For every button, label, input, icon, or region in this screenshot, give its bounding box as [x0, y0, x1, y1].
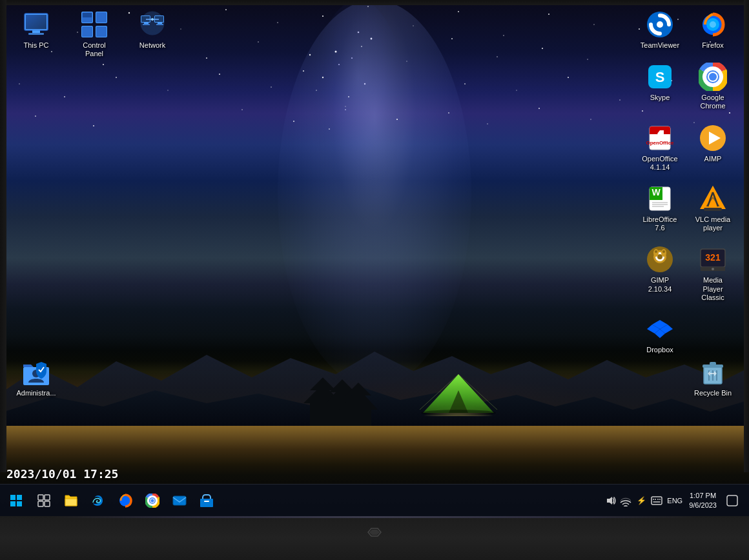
- firefox-taskbar-button[interactable]: [112, 487, 138, 514]
- google-chrome-icon-img: [697, 61, 728, 92]
- svg-rect-81: [82, 26, 92, 37]
- svg-point-37: [619, 99, 621, 101]
- administrator-icon[interactable]: Administra...: [13, 354, 59, 400]
- svg-point-49: [590, 119, 591, 119]
- svg-rect-74: [28, 33, 44, 35]
- volume-tray-icon[interactable]: [604, 494, 617, 507]
- language-indicator[interactable]: ENG: [667, 497, 682, 505]
- keyboard-hint: [52, 516, 697, 518]
- control-panel-label: Control Panel: [74, 41, 115, 58]
- svg-point-9: [458, 11, 459, 12]
- network-icon-img: [137, 9, 168, 40]
- svg-rect-158: [38, 501, 43, 506]
- svg-rect-167: [204, 501, 209, 502]
- svg-point-36: [568, 77, 569, 78]
- file-explorer-button[interactable]: [58, 487, 84, 514]
- svg-rect-83: [96, 26, 107, 37]
- system-clock[interactable]: 1:07 PM 9/6/2023: [686, 491, 719, 510]
- openoffice-label: OpenOffice 4.1.14: [639, 155, 681, 172]
- notification-button[interactable]: [723, 492, 741, 510]
- skype-icon[interactable]: S Skype: [637, 59, 683, 113]
- network-icon[interactable]: Network: [129, 6, 176, 61]
- firefox-icon[interactable]: Firefox: [690, 6, 736, 52]
- recycle-bin-icon-img: [697, 357, 728, 388]
- svg-point-96: [657, 21, 663, 28]
- svg-point-40: [35, 115, 36, 117]
- svg-point-18: [309, 54, 311, 55]
- aimp-icon[interactable]: AIMP: [690, 120, 736, 174]
- this-pc-icon-img: [21, 9, 52, 40]
- gimp-icon[interactable]: GIMP 2.10.34: [637, 241, 683, 305]
- svg-point-57: [303, 70, 304, 72]
- firefox-label: Firefox: [702, 41, 724, 50]
- photo-timestamp: 2023/10/01 17:25: [6, 467, 118, 481]
- svg-rect-169: [652, 497, 662, 505]
- svg-marker-168: [607, 497, 612, 505]
- svg-rect-73: [32, 30, 40, 33]
- svg-point-99: [710, 21, 716, 28]
- svg-point-46: [448, 112, 449, 114]
- dropbox-icon[interactable]: Dropbox: [637, 311, 683, 357]
- recycle-bin-icon[interactable]: Recycle Bin: [690, 354, 736, 400]
- svg-text:W: W: [652, 187, 661, 197]
- svg-point-35: [516, 90, 517, 90]
- svg-point-17: [258, 41, 259, 43]
- teamviewer-icon[interactable]: TeamViewer: [637, 6, 683, 52]
- svg-point-24: [587, 59, 588, 60]
- mpc-icon[interactable]: 321 Media Player Classic: [690, 241, 736, 305]
- openoffice-icon[interactable]: OpenOffice OpenOffice 4.1.14: [637, 120, 683, 174]
- svg-point-8: [413, 25, 413, 26]
- svg-rect-166: [200, 499, 213, 507]
- start-button[interactable]: [3, 487, 30, 514]
- control-panel-icon[interactable]: Control Panel: [71, 6, 118, 61]
- edge-button[interactable]: [85, 487, 111, 514]
- mpc-label: Media Player Classic: [692, 276, 734, 302]
- svg-rect-88: [143, 24, 150, 25]
- tray-icons: ⚡: [604, 494, 663, 507]
- svg-rect-156: [38, 495, 43, 500]
- svg-rect-79: [96, 12, 107, 23]
- network-tray-icon[interactable]: [619, 494, 632, 507]
- svg-point-48: [539, 108, 540, 109]
- desktop-icons-right: TeamViewer Firefox S: [637, 6, 736, 357]
- vlc-icon-img: [697, 183, 728, 214]
- svg-point-6: [322, 15, 323, 17]
- chrome-taskbar-button[interactable]: [139, 487, 165, 514]
- svg-point-4: [225, 9, 227, 10]
- mail-taskbar-button[interactable]: [167, 487, 192, 514]
- skype-icon-img: S: [644, 61, 675, 92]
- svg-point-105: [709, 73, 717, 81]
- svg-rect-152: [10, 495, 15, 500]
- svg-rect-151: [710, 362, 716, 365]
- aimp-label: AIMP: [704, 155, 722, 163]
- vlc-icon[interactable]: VLC media player: [690, 181, 736, 235]
- svg-point-21: [451, 38, 453, 39]
- svg-point-22: [497, 56, 498, 57]
- taskbar: ⚡ ENG 1:07 PM 9/6/2023: [0, 484, 749, 516]
- gimp-label: GIMP 2.10.34: [639, 276, 681, 293]
- svg-rect-87: [144, 23, 149, 24]
- laptop-bezel-left: [0, 0, 6, 472]
- firefox-icon-img: [697, 9, 728, 40]
- svg-point-3: [180, 28, 181, 29]
- svg-text:S: S: [655, 69, 665, 85]
- svg-point-5: [277, 22, 278, 23]
- this-pc-icon[interactable]: This PC: [13, 6, 59, 61]
- store-taskbar-button[interactable]: [194, 487, 220, 514]
- laptop-base: [0, 516, 749, 560]
- svg-rect-157: [45, 495, 50, 500]
- svg-point-20: [406, 61, 407, 61]
- battery-tray-icon[interactable]: ⚡: [635, 494, 648, 507]
- skype-label: Skype: [650, 94, 670, 102]
- libreoffice-icon[interactable]: W LibreOffice 7.6: [637, 181, 683, 235]
- openoffice-icon-img: OpenOffice: [644, 123, 675, 154]
- svg-point-137: [712, 268, 714, 270]
- google-chrome-icon[interactable]: Google Chrome: [690, 59, 736, 113]
- desktop: This PC Control Panel: [0, 0, 749, 516]
- task-view-button[interactable]: [31, 487, 57, 514]
- svg-point-16: [206, 57, 207, 59]
- google-chrome-label: Google Chrome: [692, 94, 734, 110]
- keyboard-tray-icon[interactable]: [650, 494, 663, 507]
- svg-rect-77: [83, 13, 92, 17]
- clock-time: 1:07 PM: [690, 491, 716, 500]
